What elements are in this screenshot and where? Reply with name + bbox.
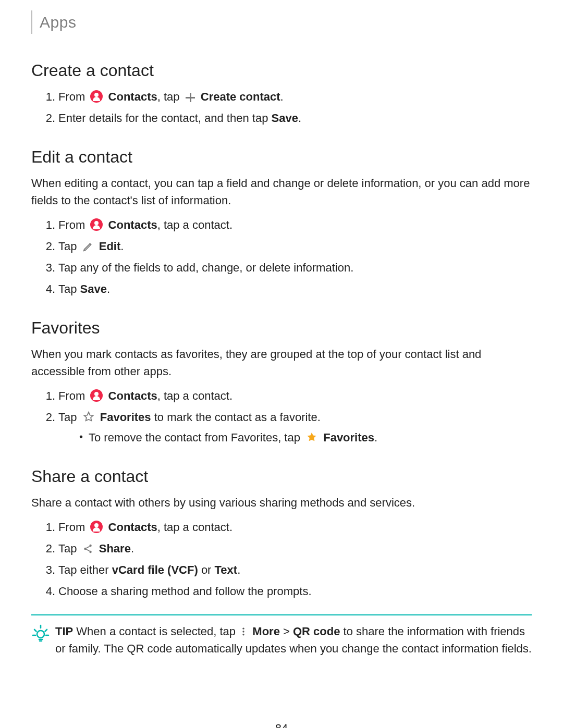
fav-step-2: 2. Tap Favorites to mark the contact as … <box>50 409 532 446</box>
edit-step-4: 4. Tap Save. <box>50 280 532 298</box>
vcf-label: vCard file (VCF) <box>112 563 198 576</box>
contacts-label: Contacts <box>108 90 157 103</box>
contacts-label: Contacts <box>108 218 157 231</box>
share-step-4: 4. Choose a sharing method and follow th… <box>50 583 532 600</box>
more-label: More <box>252 625 280 638</box>
step-number: 3. <box>38 561 55 578</box>
favorites-label: Favorites <box>323 431 374 444</box>
contacts-icon <box>90 521 103 533</box>
fav-sub-item: To remove the contact from Favorites, ta… <box>79 429 532 446</box>
save-label: Save <box>80 282 107 295</box>
star-outline-icon <box>82 411 95 423</box>
edit-steps: 1. From Contacts, tap a contact. 2. Tap … <box>50 216 532 298</box>
favorites-intro: When you mark contacts as favorites, the… <box>31 346 532 380</box>
svg-point-1 <box>89 545 91 547</box>
more-icon <box>241 625 247 636</box>
text: . <box>374 431 377 444</box>
share-step-2: 2. Tap Share. <box>50 540 532 557</box>
svg-point-3 <box>37 631 44 638</box>
text: From <box>58 521 85 534</box>
text: . <box>131 542 134 555</box>
contacts-icon <box>90 389 103 402</box>
step-number: 2. <box>38 540 55 557</box>
heading-create-contact: Create a contact <box>31 58 532 83</box>
text: When a contact is selected, tap <box>73 625 236 638</box>
edit-label: Edit <box>99 240 121 253</box>
step-number: 2. <box>38 238 55 255</box>
share-label: Share <box>99 542 131 555</box>
text: , tap <box>157 90 180 103</box>
favorites-steps: 1. From Contacts, tap a contact. 2. Tap … <box>50 387 532 446</box>
text: . <box>298 112 301 125</box>
svg-point-4 <box>243 628 244 630</box>
heading-favorites: Favorites <box>31 315 532 340</box>
text: Tap any of the fields to add, change, or… <box>58 261 353 274</box>
save-label: Save <box>271 112 298 125</box>
step-number: 1. <box>38 519 55 536</box>
tip-callout: TIP When a contact is selected, tap More… <box>31 614 532 657</box>
share-step-1: 1. From Contacts, tap a contact. <box>50 519 532 536</box>
text: Choose a sharing method and follow the p… <box>58 585 312 598</box>
text: , tap a contact. <box>157 389 232 402</box>
text: Tap <box>58 411 77 424</box>
text: Enter details for the contact, and then … <box>58 112 271 125</box>
heading-share-contact: Share a contact <box>31 464 532 489</box>
text: or <box>198 563 215 576</box>
svg-point-2 <box>89 551 91 553</box>
text: Tap <box>58 240 77 253</box>
page-number: 84 <box>31 720 532 728</box>
text: , tap a contact. <box>157 218 232 231</box>
favorites-label: Favorites <box>100 411 151 424</box>
qr-code-label: QR code <box>293 625 340 638</box>
share-step-3: 3. Tap either vCard file (VCF) or Text. <box>50 561 532 578</box>
svg-point-5 <box>243 631 244 632</box>
tip-label: TIP <box>55 625 73 638</box>
pencil-icon <box>82 240 94 251</box>
edit-step-3: 3. Tap any of the fields to add, change,… <box>50 259 532 276</box>
share-intro: Share a contact with others by using var… <box>31 494 532 511</box>
step-number: 3. <box>38 259 55 276</box>
text: Tap either <box>58 563 112 576</box>
text: . <box>237 563 240 576</box>
breadcrumb: Apps <box>31 10 532 34</box>
edit-step-2: 2. Tap Edit. <box>50 238 532 255</box>
step-number: 4. <box>38 583 55 600</box>
edit-intro: When editing a contact, you can tap a fi… <box>31 175 532 209</box>
contacts-icon <box>90 90 103 103</box>
lightbulb-icon <box>31 624 50 643</box>
text: > <box>280 625 293 638</box>
contacts-icon <box>90 218 103 231</box>
step-number: 1. <box>38 216 55 233</box>
fav-sublist: To remove the contact from Favorites, ta… <box>79 429 532 446</box>
heading-edit-contact: Edit a contact <box>31 144 532 169</box>
tip-text: TIP When a contact is selected, tap More… <box>55 623 532 657</box>
contacts-label: Contacts <box>108 521 157 534</box>
text: From <box>58 389 85 402</box>
text: . <box>107 282 110 295</box>
svg-point-6 <box>243 634 244 635</box>
text: . <box>120 240 124 253</box>
text: , tap a contact. <box>157 521 232 534</box>
create-contact-label: Create contact <box>201 90 280 103</box>
text-label: Text <box>215 563 238 576</box>
step-number: 1. <box>38 88 55 105</box>
text: From <box>58 90 85 103</box>
share-steps: 1. From Contacts, tap a contact. 2. Tap … <box>50 519 532 600</box>
create-steps: 1. From Contacts, tap Create contact. 2.… <box>50 88 532 127</box>
share-icon <box>82 542 94 553</box>
fav-step-1: 1. From Contacts, tap a contact. <box>50 387 532 404</box>
step-number: 4. <box>38 280 55 298</box>
text: . <box>280 90 284 103</box>
create-step-1: 1. From Contacts, tap Create contact. <box>50 88 532 105</box>
step-number: 2. <box>38 409 55 426</box>
star-filled-icon <box>305 431 318 443</box>
text: Tap <box>58 282 80 295</box>
text: Tap <box>58 542 77 555</box>
step-number: 1. <box>38 387 55 404</box>
create-step-2: 2. Enter details for the contact, and th… <box>50 109 532 127</box>
plus-icon <box>185 92 195 103</box>
contacts-label: Contacts <box>108 389 157 402</box>
step-number: 2. <box>38 109 55 127</box>
edit-step-1: 1. From Contacts, tap a contact. <box>50 216 532 233</box>
text: To remove the contact from Favorites, ta… <box>89 431 300 444</box>
